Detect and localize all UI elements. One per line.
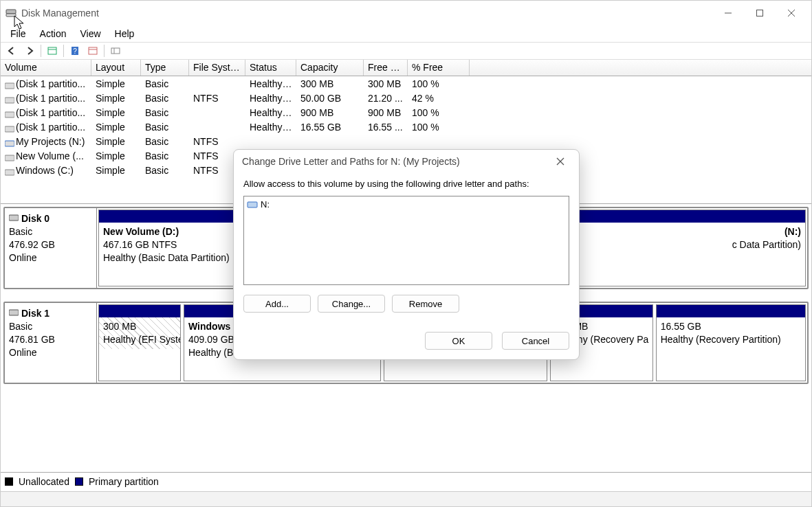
cancel-button[interactable]: Cancel xyxy=(502,332,569,350)
toolbar: ? xyxy=(1,42,811,60)
table-row[interactable]: My Projects (N:)SimpleBasicNTFS xyxy=(1,134,811,148)
col-capacity[interactable]: Capacity xyxy=(296,60,364,76)
partition[interactable]: 300 MBHealthy (EFI Syste xyxy=(98,304,181,381)
svg-rect-6 xyxy=(48,47,56,54)
col-type[interactable]: Type xyxy=(141,60,189,76)
toolbar-btn-4[interactable] xyxy=(107,43,124,58)
table-row[interactable]: (Disk 1 partitio...SimpleBasicHealthy ..… xyxy=(1,76,811,91)
ok-button[interactable]: OK xyxy=(425,332,492,350)
list-item-label: N: xyxy=(261,199,270,210)
minimize-button[interactable] xyxy=(712,1,744,25)
legend-primary-swatch xyxy=(75,477,83,486)
list-item[interactable]: N: xyxy=(247,199,566,210)
svg-rect-1 xyxy=(6,14,16,16)
disk-info[interactable]: Disk 0Basic476.92 GBOnline xyxy=(5,208,97,288)
menu-view[interactable]: View xyxy=(73,27,107,41)
svg-rect-14 xyxy=(5,83,14,89)
back-button[interactable] xyxy=(3,43,20,58)
close-button[interactable] xyxy=(776,1,807,25)
table-row[interactable]: (Disk 1 partitio...SimpleBasicNTFSHealth… xyxy=(1,91,811,105)
svg-rect-3 xyxy=(757,10,763,16)
change-drive-letter-dialog: Change Drive Letter and Paths for N: (My… xyxy=(233,149,580,360)
svg-rect-17 xyxy=(5,126,14,132)
col-status[interactable]: Status xyxy=(245,60,296,76)
menu-file[interactable]: File xyxy=(3,27,33,41)
window-title: Disk Management xyxy=(21,8,99,19)
svg-text:?: ? xyxy=(73,47,77,55)
col-percent[interactable]: % Free xyxy=(408,60,470,76)
col-free[interactable]: Free S... xyxy=(364,60,408,76)
col-filesystem[interactable]: File System xyxy=(189,60,245,76)
dialog-description: Allow access to this volume by using the… xyxy=(243,179,569,189)
svg-rect-12 xyxy=(111,48,120,54)
legend-primary-label: Primary partition xyxy=(89,476,159,487)
toolbar-btn-3[interactable] xyxy=(85,43,101,58)
svg-rect-19 xyxy=(5,155,14,161)
svg-rect-25 xyxy=(248,202,257,207)
window-controls xyxy=(712,1,807,25)
svg-rect-20 xyxy=(5,170,14,175)
remove-button[interactable]: Remove xyxy=(392,295,459,313)
change-button[interactable]: Change... xyxy=(318,295,385,313)
svg-rect-18 xyxy=(5,141,14,146)
forward-button[interactable] xyxy=(21,43,38,58)
svg-rect-22 xyxy=(9,310,19,315)
dialog-close-button[interactable] xyxy=(550,151,571,172)
app-icon xyxy=(5,7,17,19)
col-layout[interactable]: Layout xyxy=(91,60,141,76)
dialog-titlebar: Change Drive Letter and Paths for N: (My… xyxy=(234,150,579,173)
table-row[interactable]: (Disk 1 partitio...SimpleBasicHealthy ..… xyxy=(1,105,811,120)
svg-rect-0 xyxy=(6,10,16,14)
volume-list-header: Volume Layout Type File System Status Ca… xyxy=(1,60,811,76)
menu-help[interactable]: Help xyxy=(108,27,142,41)
partition[interactable]: 16.55 GBHealthy (Recovery Partition) xyxy=(656,304,806,381)
legend-unallocated-label: Unallocated xyxy=(19,476,69,487)
svg-rect-16 xyxy=(5,112,14,117)
drive-letter-list[interactable]: N: xyxy=(243,196,569,285)
svg-rect-21 xyxy=(9,215,19,221)
table-row[interactable]: (Disk 1 partitio...SimpleBasicHealthy ..… xyxy=(1,120,811,134)
col-volume[interactable]: Volume xyxy=(1,60,91,76)
titlebar: Disk Management xyxy=(1,1,811,25)
legend-unallocated-swatch xyxy=(5,477,13,486)
legend: Unallocated Primary partition xyxy=(1,472,811,490)
svg-rect-10 xyxy=(89,47,97,54)
toolbar-btn-1[interactable] xyxy=(44,43,61,58)
disk-info[interactable]: Disk 1Basic476.81 GBOnline xyxy=(5,303,97,383)
drive-icon xyxy=(247,201,258,209)
maximize-button[interactable] xyxy=(744,1,776,25)
svg-rect-15 xyxy=(5,98,14,103)
add-button[interactable]: Add... xyxy=(243,295,311,313)
help-button[interactable]: ? xyxy=(67,43,83,58)
dialog-title: Change Drive Letter and Paths for N: (My… xyxy=(242,156,460,167)
menu-action[interactable]: Action xyxy=(33,27,74,41)
menubar: File Action View Help xyxy=(1,25,811,42)
statusbar xyxy=(1,491,811,506)
